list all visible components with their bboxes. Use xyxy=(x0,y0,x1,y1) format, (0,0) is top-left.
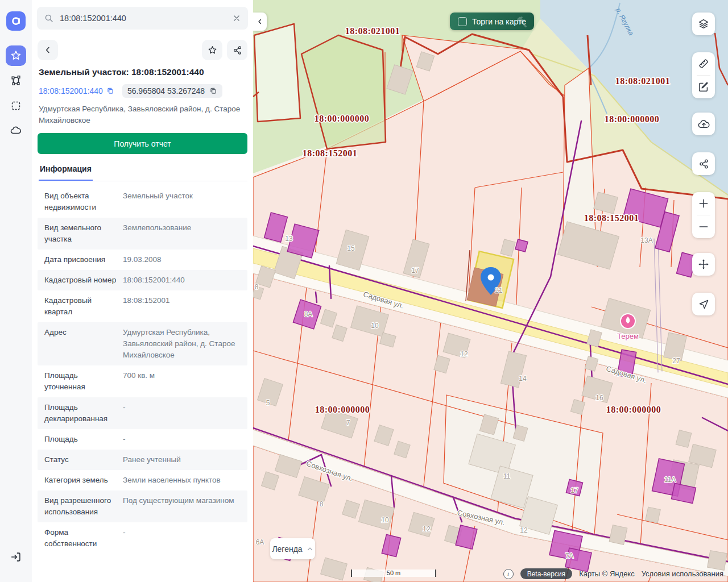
row-value: Под существующим магазином xyxy=(123,495,234,518)
poi-terem-label: Терем xyxy=(617,332,639,340)
locate-control xyxy=(692,293,715,315)
share-nodes-icon xyxy=(698,158,710,170)
table-row: Форма собственности- xyxy=(38,522,247,554)
legend-label: Легенда xyxy=(272,544,302,554)
trades-on-map-toggle[interactable]: Торги на карте xyxy=(450,13,534,30)
star-outline-icon xyxy=(207,45,218,56)
zoom-out-button[interactable] xyxy=(692,215,715,238)
trades-checkbox[interactable] xyxy=(458,17,467,26)
copy-icon[interactable] xyxy=(209,87,217,95)
row-label: Вид объекта недвижимости xyxy=(44,190,117,213)
pan-move-button[interactable] xyxy=(692,253,715,276)
clear-search-icon[interactable] xyxy=(232,14,241,23)
row-value: - xyxy=(123,527,126,550)
row-value: 18:08:152001:440 xyxy=(123,275,185,286)
row-label: Вид земельного участка xyxy=(44,222,117,245)
row-value: Землепользование xyxy=(123,222,191,245)
rail-favorites-button[interactable] xyxy=(6,45,26,66)
row-value: Земельный участок xyxy=(123,190,193,213)
map-canvas[interactable]: 18:08:02100118:08:02100118:00:00000018:0… xyxy=(253,0,728,582)
building-number: 8 xyxy=(320,500,324,508)
row-value: - xyxy=(123,434,126,445)
table-row: Площадь уточненная700 кв. м xyxy=(38,365,247,397)
zoom-control xyxy=(692,192,715,238)
rail-parcel-button[interactable] xyxy=(6,70,26,91)
row-value: - xyxy=(123,402,126,425)
row-label: Форма собственности xyxy=(44,527,117,550)
rail-area-select-button[interactable] xyxy=(6,95,26,116)
search-input[interactable]: 18:08:152001:440 xyxy=(37,7,248,30)
gavel-icon xyxy=(514,14,531,30)
draw-edit-button[interactable] xyxy=(692,76,715,98)
layers-control xyxy=(692,13,715,35)
map-area: 18:08:02100118:08:02100118:00:00000018:0… xyxy=(253,0,728,582)
building-number: 5 xyxy=(266,399,270,407)
locate-button[interactable] xyxy=(692,293,715,315)
table-row: Вид объекта недвижимостиЗемельный участо… xyxy=(38,186,247,218)
table-row: Кадастровый номер18:08:152001:440 xyxy=(38,270,247,290)
share-map-button[interactable] xyxy=(692,152,715,175)
building-number: 11 xyxy=(503,472,511,480)
cadastral-quarter-label: 18:08:021001 xyxy=(345,26,400,36)
copyright-link[interactable]: Карты © Яндекс xyxy=(579,569,635,578)
row-value: Земли населенных пунктов xyxy=(123,475,221,486)
row-label: Кадастровый номер xyxy=(44,275,117,286)
parcel-address: Удмуртская Республика, Завьяловский райо… xyxy=(39,103,246,126)
move-arrows-icon xyxy=(697,258,710,271)
cadastral-quarter-label: 18:00:000000 xyxy=(315,405,370,414)
building-number: 8А xyxy=(304,310,313,318)
info-table: Вид объекта недвижимостиЗемельный участо… xyxy=(38,186,247,554)
favorite-button[interactable] xyxy=(202,40,222,60)
zoom-in-button[interactable] xyxy=(692,192,715,215)
search-icon xyxy=(44,13,54,23)
poi-terem[interactable] xyxy=(621,314,635,329)
app-logo[interactable] xyxy=(6,11,26,31)
row-label: Площадь уточненная xyxy=(44,370,117,393)
chips-row: 18:08:152001:440 56.965804 53.267248 xyxy=(39,84,246,98)
building-number: 12 xyxy=(520,526,528,534)
collapse-sidebar-button[interactable] xyxy=(253,13,267,31)
logo-a-icon xyxy=(10,15,22,27)
app-root: 18:08:152001:440 xyxy=(0,0,728,582)
info-icon[interactable]: i xyxy=(503,569,514,579)
building-number: 6А xyxy=(256,538,264,546)
share-button[interactable] xyxy=(227,40,247,60)
cadastral-quarter-label: 18:08:152001 xyxy=(584,213,639,223)
cloud-upload-button[interactable] xyxy=(692,113,715,135)
layers-button[interactable] xyxy=(692,13,715,35)
building-number: 17 xyxy=(570,487,578,494)
ruler-button[interactable] xyxy=(692,52,715,75)
copy-icon[interactable] xyxy=(106,87,114,95)
area-select-icon xyxy=(10,99,22,112)
row-value: 18:08:152001 xyxy=(123,295,170,318)
chevron-left-icon xyxy=(257,18,263,25)
building-number: 12 xyxy=(423,525,431,533)
back-button[interactable] xyxy=(38,40,58,60)
coordinates-text: 56.965804 53.267248 xyxy=(127,86,205,95)
get-report-button[interactable]: Получить отчет xyxy=(38,133,247,154)
cadastral-number-link[interactable]: 18:08:152001:440 xyxy=(39,86,114,95)
search-value: 18:08:152001:440 xyxy=(60,14,226,23)
building-number: 17 xyxy=(411,267,419,275)
cadastral-quarter-label: 18:00:000000 xyxy=(605,114,660,124)
map-attribution: i Beta-версия Карты © Яндекс Условия исп… xyxy=(503,568,723,579)
tab-information[interactable]: Информация xyxy=(39,161,93,181)
building-number: 11А xyxy=(664,476,676,484)
table-row: Площадь- xyxy=(38,429,247,450)
parcel-panel: Земельный участок: 18:08:152001:440 18:0… xyxy=(32,35,253,554)
row-value: 19.03.2008 xyxy=(123,254,162,265)
building-number: 8 xyxy=(255,283,259,291)
table-row: СтатусРанее учтенный xyxy=(38,450,247,470)
legend-button[interactable]: Легенда xyxy=(270,538,315,559)
navigation-arrow-icon xyxy=(698,298,710,310)
coordinates-chip[interactable]: 56.965804 53.267248 xyxy=(122,84,222,98)
terms-link[interactable]: Условия использования xyxy=(642,569,723,578)
search-bar: 18:08:152001:440 xyxy=(32,0,253,35)
row-value: 700 кв. м xyxy=(123,370,155,393)
left-rail xyxy=(0,0,32,582)
rail-cloud-button[interactable] xyxy=(6,120,26,141)
rail-exit-button[interactable] xyxy=(6,547,26,567)
building-number: 12 xyxy=(460,350,468,358)
table-row: Категория земельЗемли населенных пунктов xyxy=(38,470,247,490)
table-row: Вид земельного участкаЗемлепользование xyxy=(38,218,247,250)
